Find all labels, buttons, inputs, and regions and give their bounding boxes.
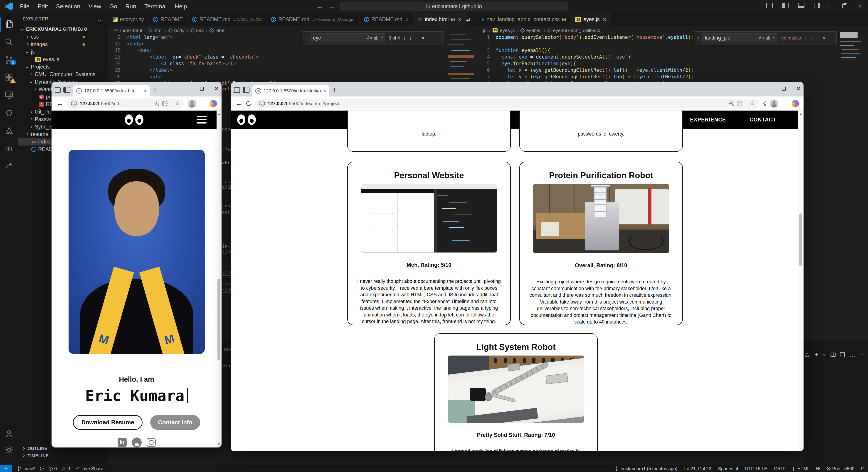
regex-toggle[interactable]: .* xyxy=(772,36,775,40)
toggle-secondary-sidebar-icon[interactable] xyxy=(814,3,820,8)
menu-view[interactable]: View xyxy=(85,2,104,11)
back-icon[interactable]: ← xyxy=(56,99,63,108)
reader-more-icon[interactable]: ⋯ xyxy=(737,101,742,106)
page-scrollbar[interactable]: ▲ ▼ xyxy=(217,111,221,447)
code-line-6[interactable]: 6 let x = (eye.getBoundingClientRect().l… xyxy=(477,67,838,73)
minimap-group2[interactable] xyxy=(840,32,865,95)
tab-index.html[interactable]: <>index.htmlM× xyxy=(413,13,466,26)
code-line-25[interactable]: 25 </label> xyxy=(108,67,448,73)
minimap-group1[interactable] xyxy=(448,32,474,82)
find-input[interactable]: eye Aa ab .* xyxy=(311,33,385,42)
back-icon[interactable]: ← xyxy=(236,99,243,108)
timeline-section[interactable]: TIMELINE xyxy=(18,452,108,459)
tab-close-icon[interactable]: × xyxy=(458,16,461,23)
toggle-sidebar-icon[interactable] xyxy=(782,3,788,8)
find-next-icon[interactable]: ↓ xyxy=(810,35,813,41)
status-item-ln-21-col-22[interactable]: Ln 21, Col 22 xyxy=(684,466,711,471)
menu-help[interactable]: Help xyxy=(172,2,190,11)
explorer-actions-icon[interactable]: … xyxy=(97,16,103,23)
find-expand-icon[interactable] xyxy=(305,36,308,39)
zoom-icon[interactable] xyxy=(729,101,733,105)
tab-close-icon[interactable]: × xyxy=(144,88,147,94)
explorer-item-images[interactable]: images xyxy=(18,41,108,48)
favorite-star-icon[interactable]: ☆ xyxy=(750,100,755,107)
breadcrumb-item[interactable]: label xyxy=(215,28,225,33)
refresh-icon[interactable] xyxy=(245,100,252,107)
eyes-logo[interactable] xyxy=(237,114,256,125)
download-resume-button[interactable]: Download Resume xyxy=(73,415,143,430)
browser-menu-icon[interactable]: … xyxy=(782,100,788,107)
tab-close-icon[interactable]: × xyxy=(323,88,326,94)
history-back-icon[interactable]: ← xyxy=(317,2,323,10)
status-item-html[interactable]: {}HTML xyxy=(793,466,810,471)
status-item[interactable] xyxy=(40,467,43,470)
azure-icon[interactable] xyxy=(0,123,18,138)
menu-go[interactable]: Go xyxy=(106,2,121,11)
find-expand-icon[interactable] xyxy=(696,36,700,39)
command-center-search[interactable]: erickumara1.github.io xyxy=(340,2,567,11)
explorer-item-js[interactable]: js xyxy=(18,48,108,56)
whole-word-toggle[interactable]: ab xyxy=(766,36,770,40)
status-item[interactable] xyxy=(861,468,864,470)
history-forward-icon[interactable]: → xyxy=(329,2,336,10)
regex-toggle[interactable]: .* xyxy=(380,36,383,40)
terminal-warning-icon[interactable]: ⚠ xyxy=(804,351,810,358)
match-case-toggle[interactable]: Aa xyxy=(367,36,372,40)
collections-icon[interactable]: ☇ xyxy=(763,100,766,107)
linkedin-icon[interactable]: in xyxy=(118,438,127,447)
scrollbar-thumb[interactable] xyxy=(217,278,220,360)
minimize-button[interactable]: – xyxy=(186,87,190,90)
close-button[interactable]: × xyxy=(852,3,868,10)
status-item-live-share[interactable]: Live Share xyxy=(75,466,103,471)
status-item-utf-16-le[interactable]: UTF-16 LE xyxy=(745,466,767,471)
remote-indicator-icon[interactable]: >< xyxy=(0,465,12,472)
extensions-icon[interactable] xyxy=(0,70,18,85)
menu-selection[interactable]: Selection xyxy=(53,2,84,11)
accounts-icon[interactable] xyxy=(0,426,18,441)
explorer-item-Projects[interactable]: Projects xyxy=(18,63,108,70)
favorite-star-icon[interactable]: ☆ xyxy=(175,100,180,107)
match-case-toggle[interactable]: Aa xyxy=(759,36,764,40)
copilot-icon[interactable] xyxy=(210,100,217,107)
minimize-button[interactable]: – xyxy=(768,87,772,90)
find-prev-icon[interactable]: ↑ xyxy=(403,35,406,41)
browser-tab[interactable]: ◎ 127.0.0.1:5500/index.html#projec × xyxy=(252,85,329,96)
status-item-0[interactable]: ⚠0 xyxy=(62,466,70,471)
source-control-icon[interactable]: 5 xyxy=(0,52,18,67)
toggle-panel-icon[interactable] xyxy=(798,3,804,8)
maximize-button[interactable] xyxy=(782,87,786,91)
kill-terminal-icon[interactable] xyxy=(840,353,845,357)
breadcrumb-item[interactable]: index.html xyxy=(120,28,142,33)
live-share-icon[interactable] xyxy=(0,158,18,173)
site-nav-link-experience[interactable]: EXPERIENCE xyxy=(690,117,726,123)
address-bar[interactable]: i 127.0.0.1:5500/index.html#project ⋯ ☆ xyxy=(255,98,759,109)
minimize-button[interactable]: – xyxy=(820,3,836,10)
code-line-23[interactable]: 23 <label for="check" class = "checkbtn"… xyxy=(108,54,448,60)
browser-menu-icon[interactable]: … xyxy=(200,100,206,107)
code-line-5[interactable]: 5 eye.forEach(function(eye){ xyxy=(477,60,838,67)
find-close-icon[interactable]: × xyxy=(822,35,825,41)
remote-explorer-icon[interactable] xyxy=(0,88,18,102)
menu-file[interactable]: File xyxy=(17,2,33,11)
profile-avatar[interactable] xyxy=(188,99,196,108)
restore-button[interactable] xyxy=(836,3,852,10)
close-button[interactable]: × xyxy=(796,85,800,92)
breadcrumb-item[interactable]: eyeball xyxy=(526,28,541,33)
explorer-item-eyes.js[interactable]: JSeyes.js xyxy=(18,56,108,63)
tab-README.md[interactable]: iREADME.md...\CMU_15213 xyxy=(188,13,267,26)
explorer-item-CMU_Computer_Systems[interactable]: CMU_Computer_Systems xyxy=(18,70,108,78)
find-prev-icon[interactable]: ↑ xyxy=(804,35,807,41)
new-tab-button[interactable]: + xyxy=(332,85,337,94)
code-line-24[interactable]: 24 <i class="fa fa-bars"></i> xyxy=(108,60,448,67)
copilot-icon[interactable] xyxy=(792,100,799,107)
breadcrumb-item[interactable]: nav xyxy=(196,28,204,33)
tab-activity-icon[interactable] xyxy=(55,87,61,93)
scrollbar-thumb[interactable] xyxy=(799,213,802,266)
status-item[interactable] xyxy=(816,467,820,470)
maximize-button[interactable] xyxy=(200,87,204,91)
status-item-0[interactable]: ×0 xyxy=(49,466,57,471)
hamburger-menu-icon[interactable] xyxy=(196,116,207,123)
contact-info-button[interactable]: Contact Info xyxy=(150,415,200,430)
breadcrumb-item[interactable]: body xyxy=(174,28,185,33)
terminal-more-icon[interactable]: … xyxy=(849,351,856,358)
